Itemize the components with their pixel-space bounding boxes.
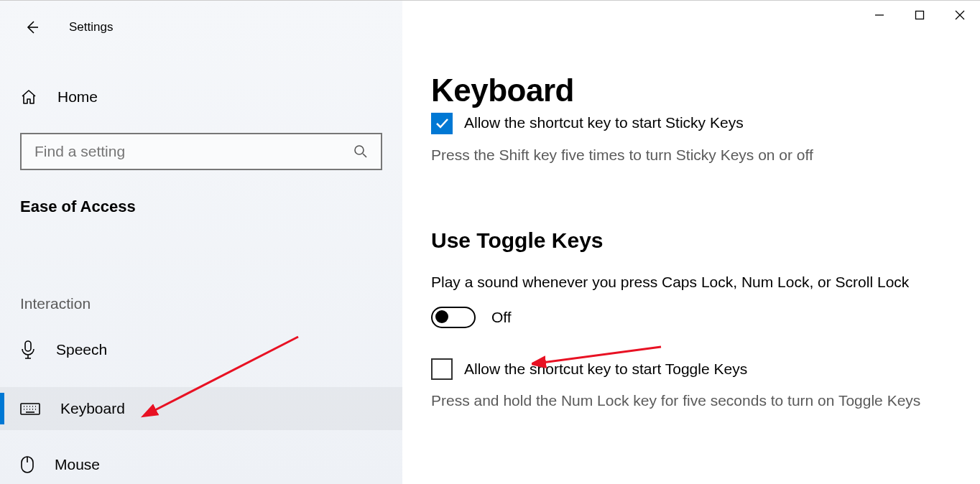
sidebar-item-mouse[interactable]: Mouse bbox=[0, 443, 402, 484]
sidebar-item-label: Mouse bbox=[55, 456, 100, 473]
toggle-keys-hint: Press and hold the Num Lock key for five… bbox=[431, 390, 934, 411]
page-title: Keyboard bbox=[431, 73, 951, 108]
back-button[interactable] bbox=[20, 16, 43, 39]
sidebar: Settings Home Ease of Access Interaction… bbox=[0, 1, 402, 484]
sidebar-item-label: Keyboard bbox=[60, 400, 125, 417]
sidebar-item-label: Speech bbox=[56, 341, 107, 358]
toggle-knob bbox=[435, 310, 448, 323]
sticky-keys-shortcut-checkbox-row: Allow the shortcut key to start Sticky K… bbox=[431, 113, 951, 134]
home-nav[interactable]: Home bbox=[0, 81, 402, 113]
toggle-keys-shortcut-checkbox[interactable] bbox=[431, 358, 453, 380]
checkbox-label: Allow the shortcut key to start Toggle K… bbox=[464, 360, 747, 378]
toggle-keys-switch[interactable] bbox=[431, 307, 476, 328]
toggle-state-label: Off bbox=[491, 309, 512, 326]
sticky-keys-shortcut-checkbox[interactable] bbox=[431, 113, 453, 134]
microphone-icon bbox=[20, 340, 36, 359]
keyboard-icon bbox=[20, 401, 40, 416]
toggle-keys-shortcut-checkbox-row: Allow the shortcut key to start Toggle K… bbox=[431, 358, 951, 380]
svg-point-5 bbox=[355, 146, 364, 154]
search-input[interactable] bbox=[34, 143, 353, 160]
home-label: Home bbox=[57, 88, 98, 106]
toggle-keys-heading: Use Toggle Keys bbox=[431, 228, 951, 253]
svg-line-6 bbox=[363, 154, 366, 157]
group-label: Interaction bbox=[0, 295, 402, 312]
sidebar-item-speech[interactable]: Speech bbox=[0, 328, 402, 371]
checkbox-label: Allow the shortcut key to start Sticky K… bbox=[464, 114, 744, 131]
toggle-keys-description: Play a sound whenever you press Caps Loc… bbox=[431, 271, 934, 293]
home-icon bbox=[20, 88, 37, 106]
main-content: Keyboard Allow the shortcut key to start… bbox=[431, 1, 980, 411]
search-icon bbox=[353, 144, 368, 159]
sidebar-item-keyboard[interactable]: Keyboard bbox=[0, 387, 402, 430]
search-box[interactable] bbox=[20, 133, 382, 170]
app-title: Settings bbox=[69, 20, 113, 34]
section-label: Ease of Access bbox=[0, 197, 402, 216]
svg-rect-7 bbox=[25, 341, 31, 351]
mouse-icon bbox=[20, 455, 34, 474]
sticky-keys-hint: Press the Shift key five times to turn S… bbox=[431, 144, 934, 165]
